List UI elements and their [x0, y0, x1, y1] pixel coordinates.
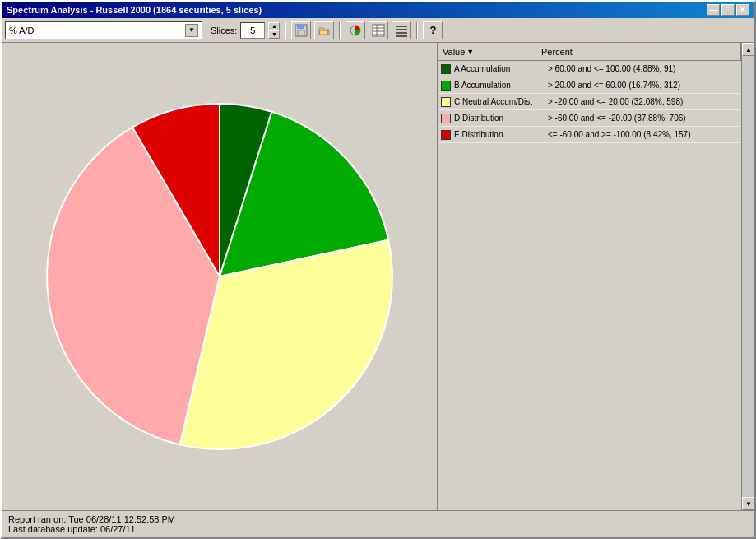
pie-chart-icon	[349, 24, 362, 37]
list-item: C Neutral Accum/Dist > -20.00 and <= 20.…	[438, 94, 741, 110]
legend-range-d: > -60.00 and <= -20.00 (37.88%, 706)	[548, 114, 686, 123]
window-title: Spectrum Analysis - Russell 2000 (1864 s…	[7, 5, 262, 15]
percent-column-label: Percent	[541, 47, 573, 57]
slices-input[interactable]	[240, 22, 265, 39]
scroll-down-button[interactable]: ▼	[742, 497, 754, 510]
color-swatch-a	[441, 64, 451, 74]
color-swatch-d	[441, 114, 451, 123]
legend-label-d: D Distribution	[454, 114, 545, 123]
maximize-button[interactable]: □	[721, 4, 735, 16]
dropdown-arrow-icon[interactable]: ▼	[185, 24, 198, 37]
toolbar: % A/D ▼ Slices: ▲ ▼	[2, 18, 754, 43]
color-swatch-b	[441, 81, 451, 91]
content-area: Value ▼ Percent A Accumulation > 60.00 a…	[2, 43, 754, 510]
legend-range-c: > -20.00 and <= 20.00 (32.08%, 598)	[548, 97, 683, 106]
toolbar-separator-3	[416, 22, 418, 39]
scroll-up-button[interactable]: ▲	[742, 43, 754, 56]
minimize-button[interactable]: —	[707, 4, 720, 16]
window-controls: — □ ✕	[707, 4, 749, 16]
open-button[interactable]	[314, 21, 334, 39]
scroll-track	[742, 56, 754, 497]
table-button[interactable]	[369, 21, 388, 39]
status-bar: Report ran on: Tue 06/28/11 12:52:58 PM …	[2, 510, 754, 537]
close-button[interactable]: ✕	[736, 4, 749, 16]
legend-label-c: C Neutral Accum/Dist	[454, 97, 545, 106]
legend-label-b: B Accumulation	[454, 81, 545, 90]
status-line-2: Last database update: 06/27/11	[8, 524, 748, 534]
dropdown-value: % A/D	[9, 26, 35, 35]
indicator-dropdown[interactable]: % A/D ▼	[5, 21, 202, 39]
list-item: E Distribution <= -60.00 and >= -100.00 …	[438, 127, 741, 143]
legend-panel: Value ▼ Percent A Accumulation > 60.00 a…	[437, 43, 741, 510]
legend-value-column-header: Value ▼	[438, 43, 536, 60]
legend-header: Value ▼ Percent	[438, 43, 741, 61]
svg-rect-13	[396, 35, 407, 37]
title-bar: Spectrum Analysis - Russell 2000 (1864 s…	[2, 2, 754, 18]
legend-label-a: A Accumulation	[454, 64, 545, 73]
svg-rect-10	[396, 26, 407, 27]
slices-up-button[interactable]: ▲	[268, 22, 280, 30]
grid-button[interactable]	[392, 21, 411, 39]
svg-rect-3	[299, 31, 304, 35]
svg-rect-11	[396, 29, 407, 30]
legend-label-e: E Distribution	[454, 130, 545, 139]
save-button[interactable]	[291, 21, 311, 39]
help-icon: ?	[429, 24, 436, 36]
scrollbar-right: ▲ ▼	[741, 43, 754, 510]
open-icon	[318, 24, 331, 37]
legend-range-a: > 60.00 and <= 100.00 (4.88%, 91)	[548, 64, 675, 73]
legend-rows: A Accumulation > 60.00 and <= 100.00 (4.…	[438, 61, 741, 510]
chart-area	[2, 43, 437, 510]
slices-label: Slices:	[211, 26, 237, 35]
list-item: D Distribution > -60.00 and <= -20.00 (3…	[438, 110, 741, 127]
main-window: Spectrum Analysis - Russell 2000 (1864 s…	[0, 0, 756, 539]
slices-spinner: ▲ ▼	[268, 22, 280, 39]
list-item: B Accumulation > 20.00 and <= 60.00 (16.…	[438, 77, 741, 94]
toolbar-separator-2	[339, 22, 341, 39]
list-item: A Accumulation > 60.00 and <= 100.00 (4.…	[438, 61, 741, 77]
svg-rect-1	[297, 25, 304, 29]
legend-percent-column-header: Percent	[536, 43, 741, 60]
legend-range-b: > 20.00 and <= 60.00 (16.74%, 312)	[548, 81, 680, 90]
pie-chart-button[interactable]	[346, 21, 365, 39]
slices-down-button[interactable]: ▼	[268, 30, 280, 39]
svg-rect-12	[396, 32, 407, 34]
toolbar-separator-1	[285, 22, 286, 39]
pie-chart-canvas	[22, 71, 417, 482]
grid-icon	[395, 24, 408, 37]
table-icon	[372, 24, 385, 37]
color-swatch-e	[441, 130, 451, 140]
color-swatch-c	[441, 97, 451, 107]
help-button[interactable]: ?	[423, 21, 443, 39]
legend-range-e: <= -60.00 and >= -100.00 (8.42%, 157)	[548, 130, 690, 139]
status-line-1: Report ran on: Tue 06/28/11 12:52:58 PM	[8, 514, 748, 524]
value-column-label: Value	[443, 47, 465, 57]
sort-icon[interactable]: ▼	[466, 48, 474, 56]
save-icon	[295, 24, 308, 37]
